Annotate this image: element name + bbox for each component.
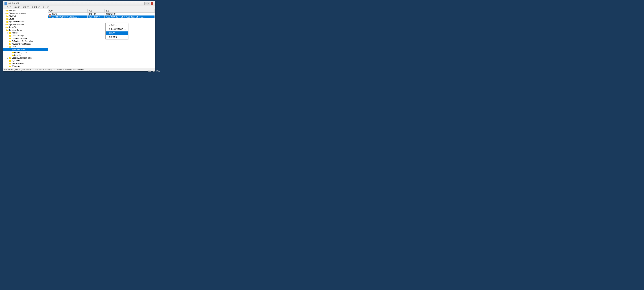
col-type: 类型 [88, 9, 104, 13]
right-panel: 名称 类型 数据 ab(默认)REG_SZ(数值未设置)01L$RTMTIMEB… [48, 9, 155, 68]
tree-label-tabletpc: TabletPC [9, 26, 16, 28]
app-icon [4, 2, 7, 5]
reg-name: ab(默认) [48, 13, 88, 16]
ctx-item-modify[interactable]: 修改(M)... [106, 24, 128, 27]
folder-icon-clustersettings [9, 35, 11, 37]
folder-icon-sysresources [6, 23, 8, 26]
ctx-item-rename[interactable]: 重命名(R) [106, 35, 128, 39]
title-bar-left: 注册表编辑器 [4, 2, 19, 5]
tree-item-defaultuser[interactable]: DefaultUserConfiguration [3, 40, 48, 43]
tree-arrow-tabletpc: ▶ [4, 26, 6, 29]
tree-item-rcm[interactable]: ▼RCM [3, 45, 48, 48]
folder-icon-terminalserver [6, 29, 8, 31]
tree-item-tsappsrv[interactable]: TSAppSrv [3, 65, 48, 68]
tree-item-clustersettings[interactable]: ClusterSettings [3, 34, 48, 37]
minimize-button[interactable]: — [144, 2, 147, 5]
tree-item-storage[interactable]: ▶Storage [3, 9, 48, 12]
tree-arrow-storport: ▶ [4, 15, 6, 17]
tree-arrow-defaultuser [7, 40, 9, 43]
table-row[interactable]: ab(默认)REG_SZ(数值未设置) [48, 13, 155, 16]
folder-icon-terminaltypes [9, 63, 11, 65]
tree-item-stsec[interactable]: ▶StSec [3, 18, 48, 20]
svg-rect-0 [5, 3, 6, 4]
menu-item-file[interactable]: 文件(F) [4, 6, 12, 9]
tree-label-sessionarb: SessionArbitrationHelper [12, 57, 32, 59]
tree-item-connhandler[interactable]: ConnectionHandler [3, 37, 48, 40]
tree-item-keyboardtype[interactable]: KeyboardType Mapping [3, 43, 48, 45]
tree-arrow-addins: ▶ [7, 32, 9, 34]
tree-item-sysprocs[interactable]: SysProcs [3, 59, 48, 62]
tree-item-graceperiod[interactable]: GracePeriod [3, 48, 48, 51]
folder-icon-keyboardtype [9, 43, 11, 45]
menu-item-favorites[interactable]: 收藏夹(A) [31, 6, 41, 9]
tree-item-storage-mgmt[interactable]: ▶StorageManagement [3, 12, 48, 15]
menu-item-help[interactable]: 帮助(H) [42, 6, 50, 9]
tree-label-sysresources: SystemResources [9, 23, 24, 26]
tree-arrow-terminaltypes [7, 62, 9, 65]
reg-type: REG_SZ [88, 13, 104, 16]
window-title: 注册表编辑器 [8, 2, 19, 5]
tree-arrow-licensingcore [9, 51, 12, 54]
tree-item-addins[interactable]: ▶AddIns [3, 32, 48, 34]
svg-text:01: 01 [50, 17, 50, 17]
svg-text:ab: ab [50, 14, 50, 15]
tree-label-storage: Storage [9, 10, 16, 12]
registry-window: 注册表编辑器 — □ ✕ 文件(F)编辑(E)查看(V)收藏夹(A)帮助(H) … [3, 1, 155, 71]
svg-rect-1 [6, 3, 7, 4]
menu-item-edit[interactable]: 编辑(E) [13, 6, 21, 9]
tree-item-sysresources[interactable]: ▶SystemResources [3, 23, 48, 26]
tree-item-utilities[interactable]: Utilities [3, 68, 48, 68]
tree-arrow-storage-mgmt: ▶ [4, 12, 6, 15]
tree-label-storport: StorPort [9, 15, 16, 17]
tree-item-storport[interactable]: ▶StorPort [3, 15, 48, 18]
context-menu: 修改(M)...修改二进制数据(B)...删除(D)重命名(R) [106, 23, 128, 39]
tree-label-defaultuser: DefaultUserConfiguration [12, 40, 33, 42]
tree-arrow-rcm: ▼ [7, 46, 9, 48]
reg-data: 01 00 00 00 d0 8c 9d df 01 15 d1 11 8c 7… [104, 16, 154, 18]
tree-item-terminalserver[interactable]: ▼Terminal Server [3, 29, 48, 32]
tree-item-terminaltypes[interactable]: TerminalTypes [3, 62, 48, 65]
tree-label-graceperiod: GracePeriod [14, 49, 24, 51]
tree-item-licensingcore[interactable]: Licensing Core [3, 51, 48, 54]
table-row[interactable]: 01L$RTMTIMEBOMB_1320153D-...REG_BINARY01… [48, 16, 155, 18]
folder-icon-stsec [6, 18, 8, 20]
ctx-item-modify-binary[interactable]: 修改二进制数据(B)... [106, 27, 128, 31]
tree-arrow-utilities [7, 68, 9, 68]
tree-label-storage-mgmt: StorageManagement [9, 12, 26, 15]
col-name: 名称 [48, 9, 88, 13]
tree-item-sessionarb[interactable]: ▶SessionArbitrationHelper [3, 57, 48, 59]
maximize-button[interactable]: □ [148, 2, 150, 5]
tree-label-addins: AddIns [12, 32, 18, 34]
tree-arrow-stsec: ▶ [4, 18, 6, 20]
tree-arrow-graceperiod [9, 48, 12, 51]
folder-icon-sysprocs [9, 60, 11, 62]
tree-arrow-terminalserver: ▼ [4, 29, 6, 31]
tree-arrow-keyboardtype [7, 43, 9, 45]
tree-label-tsappsrv: TSAppSrv [12, 65, 20, 67]
close-button[interactable]: ✕ [151, 2, 154, 5]
content-area: ▶Storage▶StorageManagement▶StorPort▶StSe… [3, 9, 155, 68]
tree-item-tabletpc[interactable]: ▶TabletPC [3, 26, 48, 29]
folder-icon-rcm [9, 46, 11, 48]
tree-arrow-storage: ▶ [4, 9, 6, 12]
col-data: 数据 [104, 9, 154, 13]
reg-name: 01L$RTMTIMEBOMB_1320153D-... [48, 16, 88, 18]
ctx-item-delete[interactable]: 删除(D) [106, 32, 128, 35]
title-bar: 注册表编辑器 — □ ✕ [3, 2, 155, 6]
folder-icon-graceperiod [12, 49, 14, 51]
svg-rect-3 [6, 4, 7, 5]
tree-label-keyboardtype: KeyboardType Mapping [12, 43, 32, 45]
tree-arrow-connhandler [7, 37, 9, 40]
folder-icon-tabletpc [6, 26, 8, 28]
folder-icon-licensingcore [12, 51, 14, 54]
menu-item-view[interactable]: 查看(V) [22, 6, 30, 9]
folder-icon-addins [9, 32, 11, 34]
folder-icon-storage-mgmt [6, 12, 8, 15]
tree-arrow-sysprocs [7, 60, 9, 62]
tree-label-terminaltypes: TerminalTypes [12, 63, 24, 65]
tree-panel[interactable]: ▶Storage▶StorageManagement▶StorPort▶StSe… [3, 9, 48, 68]
tree-item-sysinfo[interactable]: ▶SystemInformation [3, 20, 48, 23]
menu-bar: 文件(F)编辑(E)查看(V)收藏夹(A)帮助(H) [3, 6, 155, 9]
folder-icon-storage [6, 10, 8, 12]
tree-item-secrets[interactable]: Secrets [3, 54, 48, 57]
